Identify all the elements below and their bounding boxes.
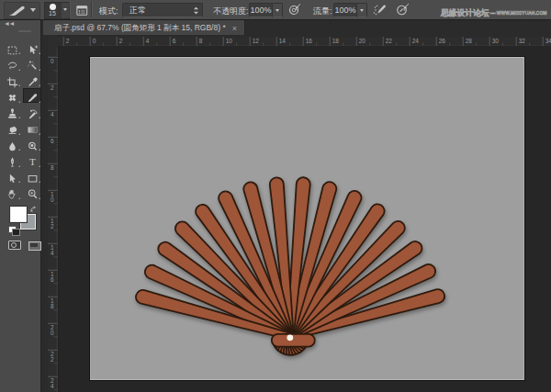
svg-text:0: 0 — [93, 38, 96, 44]
svg-text:T: T — [29, 156, 36, 167]
svg-text:2: 2 — [51, 84, 54, 91]
svg-text:6: 6 — [173, 38, 176, 44]
svg-text:0: 0 — [51, 330, 54, 336]
svg-text:26: 26 — [439, 38, 446, 44]
svg-text:24: 24 — [412, 38, 420, 44]
svg-text:2: 2 — [66, 38, 70, 44]
svg-text:0: 0 — [51, 196, 54, 203]
svg-text:8: 8 — [199, 38, 203, 44]
svg-text:34: 34 — [545, 38, 551, 44]
svg-text:2: 2 — [119, 38, 123, 44]
svg-text:20: 20 — [359, 38, 366, 44]
svg-text:28: 28 — [466, 38, 473, 44]
svg-text:10: 10 — [226, 38, 233, 44]
svg-text:0: 0 — [51, 58, 54, 64]
svg-text:16: 16 — [306, 38, 313, 44]
svg-text:4: 4 — [51, 111, 54, 118]
svg-text:32: 32 — [519, 38, 526, 44]
svg-text:6: 6 — [51, 276, 54, 283]
svg-text:2: 2 — [51, 223, 54, 230]
svg-text:18: 18 — [332, 38, 340, 44]
svg-text:8: 8 — [51, 303, 54, 309]
svg-text:12: 12 — [253, 38, 260, 44]
svg-text:14: 14 — [279, 38, 287, 44]
svg-text:22: 22 — [386, 38, 393, 44]
svg-text:4: 4 — [51, 250, 54, 256]
svg-text:4: 4 — [51, 383, 54, 389]
svg-text:2: 2 — [51, 356, 54, 363]
svg-text:4: 4 — [146, 38, 150, 44]
svg-text:8: 8 — [51, 164, 54, 171]
svg-text:30: 30 — [492, 38, 500, 44]
svg-text:6: 6 — [51, 138, 54, 144]
